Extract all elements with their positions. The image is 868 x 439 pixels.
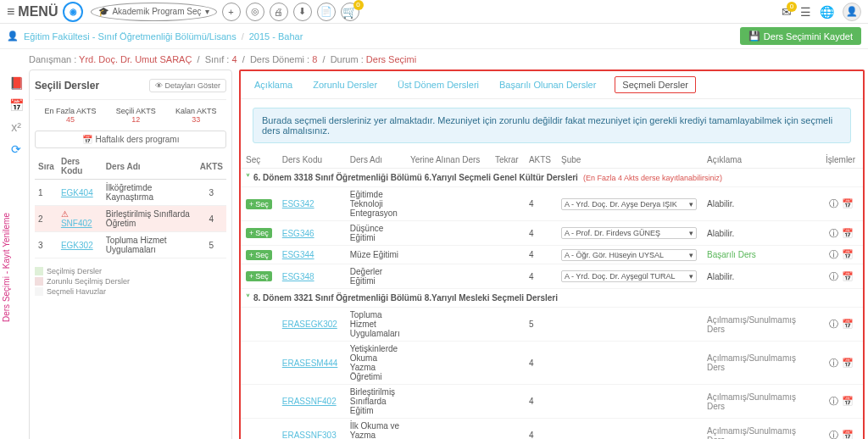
schedule-label: Haftalık ders programı <box>96 135 180 144</box>
plus-icon: + <box>249 272 253 281</box>
chevron-down-icon: ▾ <box>205 7 209 16</box>
course-code-link[interactable]: ESG342 <box>282 199 314 208</box>
class-label: Sınıf : <box>205 54 230 64</box>
table-row: +Seç ESG344 Müze Eğitimi 4 A - Öğr. Gör.… <box>241 246 863 264</box>
download-button[interactable]: ⬇ <box>293 3 312 21</box>
chevron-down-icon: ▾ <box>689 272 693 281</box>
book-icon[interactable]: 📕 <box>9 76 24 90</box>
course-code-link[interactable]: EGK302 <box>61 241 93 250</box>
mail-button[interactable]: ✉0 <box>782 5 792 19</box>
cell-note: Açılmamış/Sunulmamış Ders <box>702 308 821 342</box>
sel-akts-val: 12 <box>116 115 156 124</box>
calendar-icon[interactable]: 📅 <box>842 319 854 329</box>
tab-description[interactable]: Açıklama <box>253 76 294 93</box>
logo-icon[interactable]: ◉ <box>63 2 83 22</box>
max-akts-val: 45 <box>45 115 97 124</box>
calendar-icon[interactable]: 📅 <box>842 430 854 439</box>
mail-badge: 0 <box>787 2 797 12</box>
save-selection-button[interactable]: 💾 Ders Seçimini Kaydet <box>740 27 861 45</box>
details-button[interactable]: 👁 Detayları Göster <box>149 79 226 92</box>
th-name: Ders Adı <box>103 153 197 180</box>
cell-n: 3 <box>35 232 58 258</box>
tab-elective[interactable]: Seçmeli Dersler <box>615 76 696 93</box>
formula-icon[interactable]: x² <box>11 120 21 134</box>
refresh-icon[interactable]: ⟳ <box>11 142 21 156</box>
doc-button[interactable]: 📄 <box>317 3 336 21</box>
user-icon: 👤 <box>846 6 858 17</box>
list-icon[interactable]: ☰ <box>800 5 811 19</box>
table-row: ERASSNF303 İlk Okuma ve Yazma Öğretimi 4… <box>241 419 863 440</box>
course-code-link[interactable]: ERASSNF402 <box>282 397 337 406</box>
select-button[interactable]: +Seç <box>246 250 272 260</box>
cell-code: ⚠ SNF402 <box>58 206 103 232</box>
cell-name: İlk Okuma ve Yazma Öğretimi <box>345 419 405 440</box>
table-row: +Seç ESG348 Değerler Eğitimi 4 A - Yrd. … <box>241 264 863 289</box>
course-code-link[interactable]: ERASEGK302 <box>282 320 337 329</box>
course-code-link[interactable]: ESG346 <box>282 229 314 238</box>
cell-akts: 4 <box>524 187 556 221</box>
select-button[interactable]: +Seç <box>246 228 272 238</box>
calendar-icon[interactable]: 📅 <box>842 358 854 368</box>
course-code-link[interactable]: ESG344 <box>282 250 314 259</box>
weekly-schedule-button[interactable]: 📅 Haftalık ders programı <box>35 131 226 148</box>
course-code-link[interactable]: SNF402 <box>61 219 92 228</box>
course-code-link[interactable]: ESG348 <box>282 272 314 281</box>
group-header-row[interactable]: ˅8. Dönem 3321 Sınıf Öğretmenliği Bölümü… <box>241 289 863 308</box>
globe-icon[interactable]: 🌐 <box>820 5 834 19</box>
breadcrumb-term[interactable]: 2015 - Bahar <box>249 31 303 42</box>
table-row: ERASESM444 Yetişkinlerde Okuma Yazma Öğr… <box>241 342 863 385</box>
program-select[interactable]: 🎓 Akademik Program Seç ▾ <box>91 3 216 21</box>
info-icon[interactable]: ⓘ <box>829 430 838 439</box>
legend-sq-1 <box>35 267 43 275</box>
cell-name: İlköğretimde Kaynaştırma <box>103 180 197 206</box>
cell-note: Açılmamış/Sunulmamış Ders <box>702 419 821 440</box>
course-code-link[interactable]: EGK404 <box>61 188 93 197</box>
print-button[interactable]: 🖨 <box>270 3 288 21</box>
table-row: ERASEGK302 Topluma Hizmet Uygulamaları 5… <box>241 308 863 342</box>
cell-note: Alabilir. <box>702 264 821 289</box>
table-row: 2 ⚠ SNF402 Birleştirilmiş Sınıflarda Öğr… <box>35 206 226 232</box>
calendar-icon[interactable]: 📅 <box>842 396 854 406</box>
top-bar: ≡ MENÜ ◉ 🎓 Akademik Program Seç ▾ + ◎ 🖨 … <box>0 0 868 24</box>
legend-1: Seçilmiş Dersler <box>47 267 102 275</box>
plus-icon: + <box>228 7 233 17</box>
info-icon[interactable]: ⓘ <box>829 358 838 368</box>
select-button[interactable]: +Seç <box>246 199 272 209</box>
branch-select[interactable]: A - Yrd. Doç. Dr. Ayşegül TURAL▾ <box>561 270 697 282</box>
info-icon[interactable]: ⓘ <box>829 271 838 281</box>
branch-select[interactable]: A - Yrd. Doç. Dr. Ayşe Derya IŞIK▾ <box>561 198 697 210</box>
add-button[interactable]: + <box>222 3 241 21</box>
table-row: 3 EGK302 Topluma Hizmet Uygulamaları 5 <box>35 232 226 258</box>
calendar-icon[interactable]: 📅 <box>9 98 24 112</box>
breadcrumb-faculty[interactable]: Eğitim Fakültesi - Sınıf Öğretmenliği Bö… <box>24 31 236 42</box>
calendar-icon[interactable]: 📅 <box>842 249 854 259</box>
target-button[interactable]: ◎ <box>246 3 264 21</box>
calendar-icon[interactable]: 📅 <box>842 271 854 281</box>
info-icon[interactable]: ⓘ <box>829 319 838 329</box>
menu-button[interactable]: ≡ MENÜ <box>7 4 58 19</box>
tab-passed[interactable]: Başarılı Olunan Dersler <box>498 76 598 93</box>
side-tab-label[interactable]: Ders Seçimi - Kayıt Yenileme <box>2 213 11 322</box>
info-icon[interactable]: ⓘ <box>829 396 838 406</box>
calendar-icon[interactable]: 📅 <box>842 198 854 208</box>
course-code-link[interactable]: ERASSNF303 <box>282 431 337 439</box>
th-instead: Yerine Alınan Ders <box>405 152 490 169</box>
avatar[interactable]: 👤 <box>843 3 861 21</box>
calendar-icon: 📅 <box>82 135 92 144</box>
info-icon[interactable]: ⓘ <box>829 228 838 238</box>
info-icon[interactable]: ⓘ <box>829 249 838 259</box>
tab-mandatory[interactable]: Zorunlu Dersler <box>311 76 379 93</box>
cell-akts: 4 <box>524 385 556 419</box>
cart-button[interactable]: 🛒0 <box>341 3 359 21</box>
th-actions: İşlemler <box>821 152 863 169</box>
cell-name: Yetişkinlerde Okuma Yazma Öğretimi <box>345 342 405 385</box>
course-code-link[interactable]: ERASESM444 <box>282 358 338 368</box>
chevron-down-icon: ˅ <box>246 173 250 182</box>
tab-upper[interactable]: Üst Dönem Dersleri <box>396 76 481 93</box>
group-header-row[interactable]: ˅6. Dönem 3318 Sınıf Öğretmenliği Bölümü… <box>241 169 863 187</box>
calendar-icon[interactable]: 📅 <box>842 228 854 238</box>
branch-select[interactable]: A - Öğr. Gör. Hüseyin UYSAL▾ <box>561 249 697 261</box>
select-button[interactable]: +Seç <box>246 271 272 281</box>
branch-select[interactable]: A - Prof. Dr. Firdevs GÜNEŞ▾ <box>561 227 697 239</box>
info-icon[interactable]: ⓘ <box>829 198 838 208</box>
